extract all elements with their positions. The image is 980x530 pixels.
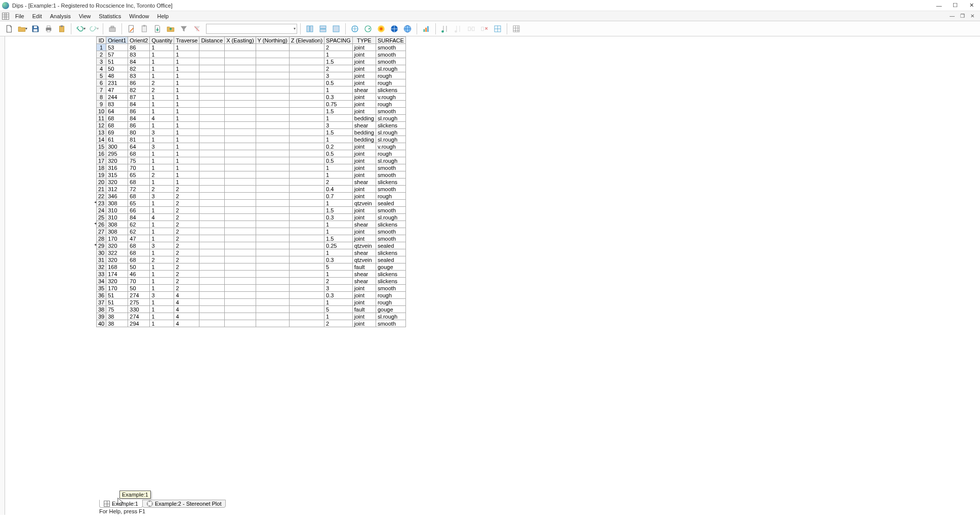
svg-point-20	[381, 28, 382, 29]
svg-point-28	[455, 30, 457, 33]
add-set-button[interactable]	[439, 23, 451, 35]
svg-rect-6	[61, 25, 63, 27]
open-file-button[interactable]	[16, 23, 28, 35]
data-table-button[interactable]	[510, 23, 522, 35]
titlebar: Dips - [Example:1 - Registered to Rocsci…	[0, 0, 980, 11]
document-grid-icon	[2, 13, 9, 20]
split-vertical-button[interactable]	[304, 23, 316, 35]
svg-rect-13	[320, 26, 326, 28]
mdi-close-button[interactable]: ✕	[969, 13, 976, 20]
grid-overlay-button[interactable]	[492, 23, 504, 35]
edit-set-button[interactable]	[452, 23, 464, 35]
mdi-minimize-button[interactable]: —	[949, 13, 956, 20]
save-button[interactable]	[29, 23, 42, 35]
project-settings-button[interactable]	[106, 23, 118, 35]
svg-rect-1	[33, 29, 37, 31]
svg-rect-26	[427, 26, 428, 31]
svg-rect-25	[426, 27, 427, 31]
svg-rect-4	[47, 30, 50, 32]
new-file-button[interactable]	[3, 23, 15, 35]
window-minimize-button[interactable]: —	[935, 2, 943, 9]
svg-rect-15	[333, 26, 339, 32]
split-horizontal-button[interactable]	[317, 23, 329, 35]
window-title: Dips - [Example:1 - Registered to Rocsci…	[12, 3, 935, 9]
export-data-button[interactable]	[151, 23, 164, 35]
menu-window[interactable]: Window	[125, 12, 153, 20]
menubar: File Edit Analysis View Statistics Windo…	[0, 11, 980, 21]
menu-file[interactable]: File	[11, 12, 28, 20]
print-button[interactable]	[43, 23, 55, 35]
svg-rect-5	[60, 26, 64, 31]
svg-rect-33	[513, 26, 519, 32]
svg-rect-14	[320, 29, 326, 31]
svg-rect-12	[310, 26, 313, 32]
fullscreen-button[interactable]	[330, 23, 342, 35]
toolbar	[0, 21, 980, 36]
clear-filter-button[interactable]	[191, 23, 203, 35]
svg-rect-8	[111, 26, 114, 27]
svg-rect-7	[109, 27, 115, 31]
import-data-button[interactable]	[165, 23, 177, 35]
copy-clipboard-button[interactable]	[56, 23, 68, 35]
globe-button[interactable]	[401, 23, 414, 35]
svg-rect-10	[143, 25, 146, 26]
svg-rect-3	[47, 26, 50, 28]
menu-statistics[interactable]: Statistics	[95, 12, 125, 20]
app-icon	[2, 2, 9, 9]
window-maximize-button[interactable]: ☐	[952, 2, 959, 9]
menu-help[interactable]: Help	[153, 12, 173, 20]
menu-edit[interactable]: Edit	[28, 12, 46, 20]
redo-button[interactable]	[88, 23, 100, 35]
filter-button[interactable]	[178, 23, 190, 35]
undo-button[interactable]	[74, 23, 87, 35]
svg-rect-30	[472, 27, 475, 31]
chart-options-button[interactable]	[420, 23, 432, 35]
stereonet-outline-button[interactable]	[349, 23, 361, 35]
paste-data-button[interactable]	[138, 23, 150, 35]
filter-combo[interactable]	[206, 24, 297, 34]
delete-set-button[interactable]	[478, 23, 491, 35]
svg-rect-29	[468, 27, 471, 31]
link-sets-button[interactable]	[465, 23, 477, 35]
svg-point-27	[441, 30, 444, 33]
svg-rect-9	[142, 26, 147, 32]
menu-analysis[interactable]: Analysis	[46, 12, 75, 20]
svg-rect-0	[34, 26, 37, 28]
edit-data-button[interactable]	[125, 23, 137, 35]
stereonet-solid-button[interactable]	[388, 23, 400, 35]
rosette-button[interactable]	[362, 23, 374, 35]
menu-view[interactable]: View	[75, 12, 95, 20]
svg-rect-11	[307, 26, 309, 32]
mdi-restore-button[interactable]: ❐	[959, 13, 966, 20]
contour-button[interactable]	[375, 23, 387, 35]
svg-rect-24	[424, 29, 425, 31]
svg-rect-31	[481, 27, 484, 31]
window-close-button[interactable]: ✕	[968, 2, 975, 9]
